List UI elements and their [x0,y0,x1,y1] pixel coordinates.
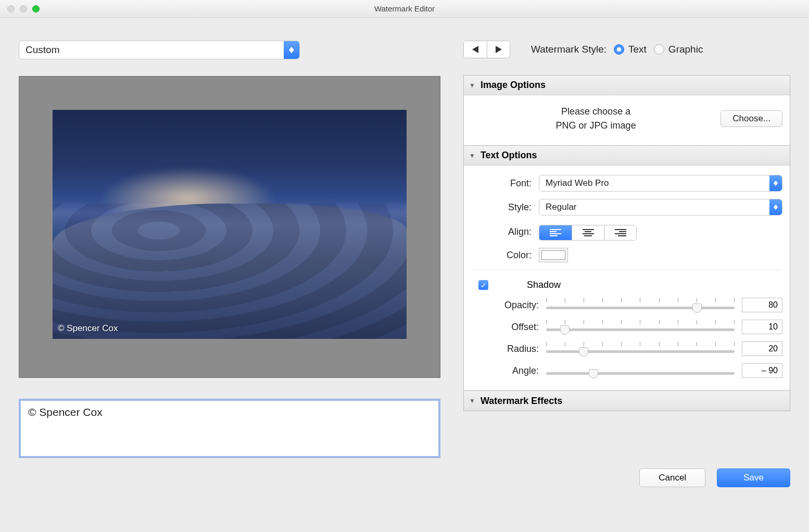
font-style-select[interactable]: Regular [539,199,782,216]
choose-image-button[interactable]: Choose... [720,110,782,127]
text-options-panel: ▼ Text Options Font: Myriad Web Pro [464,145,790,390]
style-graphic-radio[interactable]: Graphic [654,44,703,55]
color-swatch [541,250,565,260]
radio-icon [654,44,664,55]
angle-value-input[interactable] [742,363,782,378]
angle-label: Angle: [471,365,539,376]
preview-image: © Spencer Cox [53,110,407,339]
svg-marker-7 [774,207,778,210]
prev-image-button[interactable] [464,41,487,58]
font-select[interactable]: Myriad Web Pro [539,175,782,192]
svg-marker-1 [289,50,294,53]
dialog-footer: Cancel Save [0,468,809,503]
radius-slider[interactable] [546,342,735,356]
watermark-effects-header[interactable]: ▼ Watermark Effects [464,391,790,411]
preview-frame: © Spencer Cox [19,76,440,378]
disclosure-triangle-icon: ▼ [469,397,475,404]
chevron-updown-icon [769,199,782,215]
offset-slider[interactable] [546,320,735,334]
align-center-button[interactable] [572,225,604,240]
titlebar: Watermark Editor [0,0,809,18]
angle-slider[interactable] [546,364,735,377]
svg-marker-2 [472,46,478,53]
separator [471,270,782,270]
opacity-label: Opacity: [471,300,539,311]
next-image-button[interactable] [487,41,510,58]
offset-value-input[interactable] [742,320,782,334]
align-left-button[interactable] [539,225,572,240]
cancel-button[interactable]: Cancel [639,468,705,487]
color-picker-button[interactable] [539,248,568,262]
preset-select[interactable]: Custom [19,41,300,59]
style-label: Style: [471,202,539,213]
image-options-panel: ▼ Image Options Please choose a PNG or J… [464,75,790,145]
offset-label: Offset: [471,322,539,333]
save-button[interactable]: Save [717,468,790,487]
align-right-button[interactable] [604,225,636,240]
align-label: Align: [471,226,539,237]
image-options-hint: Please choose a PNG or JPG image [471,105,720,133]
image-options-header[interactable]: ▼ Image Options [464,75,790,95]
shadow-label: Shadow [527,280,561,290]
font-label: Font: [471,178,539,189]
text-options-header[interactable]: ▼ Text Options [464,146,790,166]
radius-label: Radius: [471,344,539,354]
preset-value: Custom [19,44,284,56]
disclosure-triangle-icon: ▼ [469,82,475,89]
color-label: Color: [471,250,539,261]
svg-marker-3 [496,46,502,53]
window-title: Watermark Editor [0,4,809,13]
opacity-value-input[interactable] [742,298,782,312]
watermark-text-input[interactable] [19,399,440,458]
preview-nav [463,41,510,58]
shadow-checkbox[interactable]: ✓ [478,280,488,290]
opacity-slider[interactable] [546,298,735,312]
watermark-effects-panel: ▼ Watermark Effects [464,390,790,411]
radius-value-input[interactable] [742,341,782,356]
disclosure-triangle-icon: ▼ [469,152,475,159]
radio-icon [614,44,624,55]
watermark-style-group: Watermark Style: Text Graphic [531,44,703,55]
watermark-style-label: Watermark Style: [531,44,606,55]
chevron-updown-icon [284,41,299,59]
style-text-radio[interactable]: Text [614,44,647,55]
chevron-updown-icon [769,175,782,191]
watermark-overlay-text: © Spencer Cox [58,323,118,334]
svg-marker-5 [774,183,778,186]
align-segmented [539,225,637,240]
